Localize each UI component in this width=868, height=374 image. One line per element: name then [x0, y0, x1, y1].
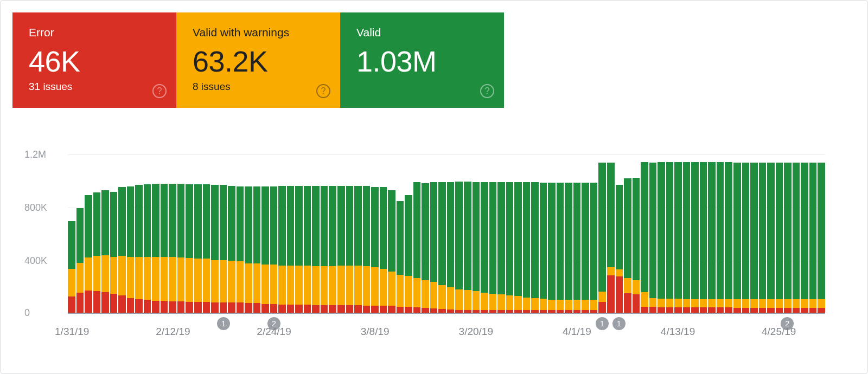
- chart-bar[interactable]: [809, 163, 817, 314]
- chart-bar[interactable]: [346, 186, 354, 314]
- chart-bar[interactable]: [565, 183, 572, 314]
- chart-bar[interactable]: [733, 163, 741, 314]
- chart-bar[interactable]: [674, 162, 682, 314]
- chart-bar[interactable]: [253, 186, 261, 314]
- tab-valid[interactable]: Valid 1.03M ?: [340, 12, 504, 108]
- chart-bar[interactable]: [161, 184, 168, 314]
- chart-bar[interactable]: [481, 182, 488, 314]
- chart-bar[interactable]: [801, 163, 808, 314]
- chart-bar[interactable]: [624, 178, 631, 314]
- chart-bar[interactable]: [388, 190, 395, 314]
- chart-bar[interactable]: [784, 163, 792, 314]
- chart-bar[interactable]: [405, 195, 412, 314]
- chart-bar[interactable]: [380, 187, 387, 314]
- help-icon[interactable]: ?: [316, 84, 330, 98]
- chart-bar[interactable]: [717, 162, 724, 314]
- chart-bar[interactable]: [793, 163, 800, 314]
- chart-bar[interactable]: [742, 163, 750, 314]
- chart-bar[interactable]: [767, 163, 775, 314]
- chart-bar[interactable]: [312, 186, 320, 314]
- bar-segment-warn: [447, 287, 455, 310]
- chart-bar[interactable]: [497, 182, 505, 314]
- chart-bar[interactable]: [750, 163, 758, 314]
- chart-bar[interactable]: [438, 182, 446, 314]
- chart-bar[interactable]: [203, 184, 210, 314]
- chart-bar[interactable]: [363, 186, 371, 314]
- chart-bar[interactable]: [85, 195, 92, 314]
- chart-bar[interactable]: [127, 186, 135, 314]
- chart-bar[interactable]: [194, 184, 202, 314]
- chart-bar[interactable]: [818, 163, 825, 314]
- chart-bar[interactable]: [708, 162, 716, 314]
- chart-bar[interactable]: [211, 185, 219, 314]
- chart-bar[interactable]: [93, 192, 101, 314]
- chart-bar[interactable]: [725, 162, 732, 314]
- chart-bar[interactable]: [683, 162, 691, 314]
- bar-segment-valid: [818, 163, 825, 299]
- chart-bar[interactable]: [321, 186, 328, 314]
- chart-bar[interactable]: [135, 185, 143, 314]
- tab-error[interactable]: Error 46K 31 issues ?: [12, 12, 176, 108]
- chart-bar[interactable]: [598, 163, 606, 314]
- chart-bar[interactable]: [523, 182, 531, 314]
- chart-bar[interactable]: [354, 186, 362, 314]
- chart-bar[interactable]: [506, 182, 514, 314]
- chart-bar[interactable]: [548, 183, 556, 314]
- chart-bar[interactable]: [607, 163, 615, 314]
- chart-bar[interactable]: [430, 182, 438, 314]
- chart-bar[interactable]: [144, 184, 151, 314]
- bar-segment-valid: [438, 182, 446, 285]
- chart-bar[interactable]: [186, 184, 193, 314]
- chart-bar[interactable]: [641, 162, 648, 314]
- chart-bar[interactable]: [540, 183, 547, 314]
- chart-bar[interactable]: [329, 186, 336, 314]
- chart-bar[interactable]: [531, 182, 539, 314]
- chart-bar[interactable]: [590, 183, 598, 314]
- chart-bar[interactable]: [649, 163, 657, 314]
- chart-bar[interactable]: [633, 178, 640, 314]
- chart-bar[interactable]: [270, 186, 278, 314]
- chart-bar[interactable]: [447, 182, 455, 314]
- chart-bar[interactable]: [261, 186, 269, 314]
- chart-bar[interactable]: [237, 186, 244, 314]
- chart-bar[interactable]: [464, 182, 471, 314]
- chart-bar[interactable]: [337, 186, 345, 314]
- chart-bar[interactable]: [245, 186, 252, 314]
- chart-bar[interactable]: [616, 185, 623, 314]
- tab-valid-with-warnings[interactable]: Valid with warnings 63.2K 8 issues ?: [176, 12, 340, 108]
- chart-bar[interactable]: [287, 186, 295, 314]
- chart-bar[interactable]: [666, 162, 674, 314]
- chart-bar[interactable]: [228, 186, 235, 314]
- chart-bar[interactable]: [489, 182, 497, 314]
- chart-bar[interactable]: [397, 201, 404, 314]
- chart-bar[interactable]: [152, 184, 159, 314]
- chart-bar[interactable]: [177, 184, 185, 314]
- chart-bar[interactable]: [573, 183, 581, 314]
- chart-bar[interactable]: [455, 182, 463, 314]
- chart-bar[interactable]: [304, 186, 311, 314]
- chart-bar[interactable]: [759, 163, 767, 314]
- chart-bar[interactable]: [76, 208, 84, 314]
- chart-bar[interactable]: [169, 184, 176, 314]
- chart-bar[interactable]: [658, 162, 665, 314]
- chart-bar[interactable]: [473, 182, 480, 314]
- chart-bar[interactable]: [118, 187, 126, 314]
- help-icon[interactable]: ?: [480, 84, 494, 98]
- chart-bar[interactable]: [700, 162, 707, 314]
- chart-bar[interactable]: [582, 183, 589, 314]
- chart-bar[interactable]: [557, 183, 564, 314]
- chart-bar[interactable]: [691, 162, 699, 314]
- chart-bar[interactable]: [413, 182, 421, 314]
- chart-bar[interactable]: [514, 182, 522, 314]
- bar-segment-valid: [237, 186, 244, 261]
- chart-bar[interactable]: [68, 221, 75, 314]
- help-icon[interactable]: ?: [152, 84, 167, 98]
- chart-bar[interactable]: [295, 186, 303, 314]
- chart-bar[interactable]: [371, 187, 379, 314]
- chart-bar[interactable]: [110, 192, 118, 314]
- chart-bar[interactable]: [278, 186, 286, 314]
- chart-bar[interactable]: [422, 183, 429, 314]
- chart-bar[interactable]: [101, 190, 109, 314]
- chart-bar[interactable]: [776, 163, 783, 314]
- chart-bar[interactable]: [220, 185, 227, 314]
